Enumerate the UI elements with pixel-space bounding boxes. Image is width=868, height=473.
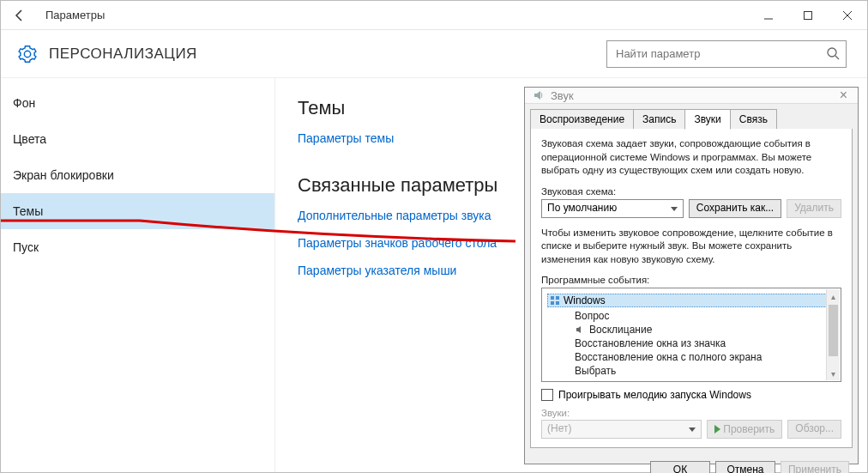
settings-window: Параметры ПЕРСОНАЛИЗАЦИЯ Фон Цвета Экран: [0, 0, 868, 473]
test-button: Проверить: [707, 420, 782, 439]
tree-item[interactable]: Вопрос: [547, 309, 835, 323]
sound-file-combobox: (Нет): [541, 420, 702, 439]
tab-sounds[interactable]: Звуки: [684, 109, 730, 130]
play-startup-label: Проигрывать мелодию запуска Windows: [558, 389, 751, 401]
scheme-label: Звуковая схема:: [541, 186, 841, 197]
scheme-value: По умолчанию: [547, 202, 617, 214]
tree-item-label: Выбрать: [575, 365, 616, 377]
tree-item[interactable]: Восстановление окна с полного экрана: [547, 350, 835, 364]
close-button[interactable]: [828, 1, 867, 30]
sound-event-icon: [575, 324, 585, 335]
scroll-down-icon[interactable]: ▾: [827, 367, 840, 380]
apply-button: Применить: [781, 461, 849, 473]
play-icon: [714, 425, 720, 434]
gear-icon: [18, 45, 37, 64]
events-label: Программные события:: [541, 275, 841, 285]
tree-item-label: Восстановление окна из значка: [575, 337, 726, 349]
tree-root-windows[interactable]: Windows: [547, 294, 835, 307]
dialog-button-row: ОК Отмена Применить: [525, 454, 858, 473]
tree-scrollbar[interactable]: ▴ ▾: [826, 289, 840, 380]
svg-rect-8: [556, 296, 559, 300]
sidebar-item-label: Экран блокировки: [13, 168, 114, 182]
speaker-icon: [532, 88, 546, 102]
tree-item-label: Восстановление окна с полного экрана: [575, 351, 762, 363]
svg-rect-7: [551, 296, 554, 300]
sidebar-item-colors[interactable]: Цвета: [1, 121, 274, 157]
dialog-titlebar[interactable]: Звук ×: [525, 88, 858, 104]
tab-strip: Воспроизведение Запись Звуки Связь: [525, 104, 858, 130]
svg-rect-10: [556, 301, 559, 305]
sidebar-item-start[interactable]: Пуск: [1, 229, 274, 265]
tree-item-label: Восклицание: [589, 324, 652, 336]
ok-button[interactable]: ОК: [650, 461, 710, 473]
back-button[interactable]: [1, 1, 39, 30]
search-icon[interactable]: [826, 46, 840, 64]
sidebar-item-themes[interactable]: Темы: [1, 193, 274, 229]
tree-item[interactable]: Восклицание: [547, 323, 835, 337]
scroll-up-icon[interactable]: ▴: [827, 289, 840, 303]
sidebar: Фон Цвета Экран блокировки Темы Пуск: [1, 78, 275, 472]
browse-button: Обзор...: [787, 420, 841, 439]
sound-file-value: (Нет): [547, 422, 571, 434]
sidebar-item-lockscreen[interactable]: Экран блокировки: [1, 157, 274, 193]
sidebar-item-background[interactable]: Фон: [1, 85, 274, 121]
sounds-label: Звуки:: [541, 408, 841, 418]
tab-panel-sounds: Звуковая схема задает звуки, сопровождаю…: [530, 129, 853, 448]
dialog-close-button[interactable]: ×: [836, 88, 851, 103]
delete-button: Удалить: [787, 199, 841, 218]
header-title: ПЕРСОНАЛИЗАЦИЯ: [49, 45, 197, 63]
svg-line-5: [835, 56, 839, 59]
tree-root-label: Windows: [564, 294, 606, 306]
header-row: ПЕРСОНАЛИЗАЦИЯ: [1, 30, 867, 78]
minimize-button[interactable]: [749, 1, 788, 30]
search-input[interactable]: [606, 40, 847, 68]
tab-communication[interactable]: Связь: [730, 109, 777, 130]
window-title: Параметры: [39, 9, 105, 21]
scroll-thumb[interactable]: [829, 305, 838, 356]
svg-rect-9: [551, 301, 554, 305]
svg-rect-1: [805, 11, 812, 19]
sidebar-item-label: Фон: [13, 96, 35, 110]
sidebar-item-label: Цвета: [13, 132, 46, 146]
dialog-title: Звук: [551, 89, 836, 102]
cancel-button[interactable]: Отмена: [715, 461, 775, 473]
sound-dialog: Звук × Воспроизведение Запись Звуки Связ…: [524, 87, 859, 464]
search-wrap: [606, 40, 847, 68]
sidebar-item-label: Темы: [13, 204, 43, 218]
tree-item[interactable]: Восстановление окна из значка: [547, 337, 835, 350]
scheme-combobox[interactable]: По умолчанию: [541, 199, 684, 218]
tree-item[interactable]: Выбрать: [547, 364, 835, 378]
titlebar: Параметры: [1, 1, 867, 30]
play-startup-checkbox[interactable]: [541, 389, 553, 401]
test-label: Проверить: [723, 423, 775, 435]
svg-point-4: [828, 48, 836, 57]
tree-item-label: Вопрос: [575, 310, 610, 322]
maximize-button[interactable]: [788, 1, 828, 30]
events-tree[interactable]: Windows Вопрос Восклицание Восстановлени…: [541, 288, 841, 382]
tab-playback[interactable]: Воспроизведение: [530, 109, 634, 130]
tab-record[interactable]: Запись: [633, 109, 685, 130]
events-description: Чтобы изменить звуковое сопровождение, щ…: [541, 227, 841, 267]
windows-icon: [550, 295, 560, 306]
sidebar-item-label: Пуск: [13, 240, 39, 254]
save-as-button[interactable]: Сохранить как...: [689, 199, 781, 218]
scheme-description: Звуковая схема задает звуки, сопровождаю…: [541, 137, 841, 178]
